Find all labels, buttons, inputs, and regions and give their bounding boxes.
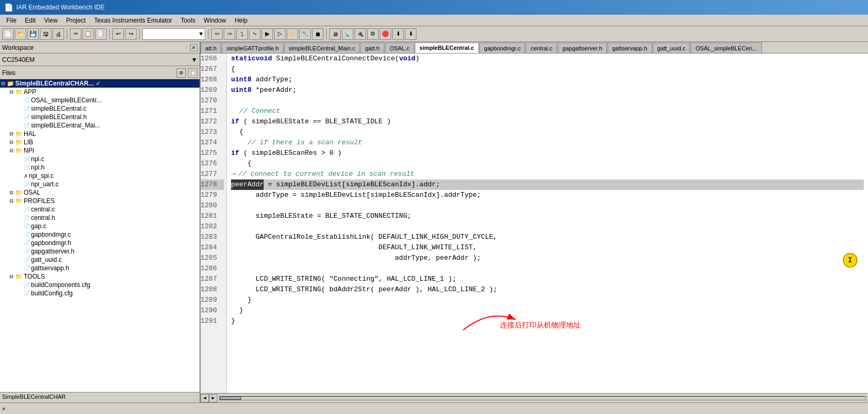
run2-btn[interactable]: ▷ bbox=[274, 28, 286, 40]
menu-item-window[interactable]: Window bbox=[200, 16, 231, 25]
tab-1[interactable]: simpleGATTprofile.h bbox=[222, 43, 283, 53]
new-btn[interactable]: 📄 bbox=[2, 28, 14, 40]
copy-btn[interactable]: 📋 bbox=[82, 28, 94, 40]
tree-item-23[interactable]: ⊟📁 TOOLS bbox=[0, 272, 200, 281]
tree-item-1[interactable]: ⊟📁 APP bbox=[0, 88, 200, 96]
target3-btn[interactable]: 📡 bbox=[342, 28, 353, 40]
step-over-btn[interactable]: ⤷ bbox=[249, 28, 260, 40]
tree-item-19[interactable]: 📄 gapbondmgr.h bbox=[0, 239, 200, 247]
file-icon: 📄 bbox=[24, 207, 30, 213]
tab-0[interactable]: att.h bbox=[201, 43, 221, 53]
target5-btn[interactable]: ⚙ bbox=[367, 28, 379, 40]
folder-icon: 📁 bbox=[7, 80, 14, 87]
tree-item-3[interactable]: 📄 simpleBLECentral.c bbox=[0, 104, 200, 113]
save-all-btn[interactable]: 🖫 bbox=[40, 28, 51, 40]
open-btn[interactable]: 📂 bbox=[15, 28, 26, 40]
tree-item-18[interactable]: 📄 gapbondmgr.c bbox=[0, 230, 200, 239]
tree-item-label: NPI bbox=[24, 147, 34, 154]
tree-item-14[interactable]: ⊟📁 PROFILES bbox=[0, 197, 200, 205]
files-label: Files bbox=[2, 69, 15, 77]
tree-item-label: APP bbox=[24, 88, 36, 95]
code-content[interactable]: static void SimpleBLECentralConnectDevic… bbox=[227, 54, 868, 393]
tree-item-25[interactable]: 📄 buildConfig.cfg bbox=[0, 289, 200, 298]
tree-item-7[interactable]: ⊟📁 LIB bbox=[0, 138, 200, 146]
target2-btn[interactable]: 🖥 bbox=[329, 28, 341, 40]
menu-item-texas-instruments-emulator[interactable]: Texas Instruments Emulator bbox=[90, 16, 176, 25]
back-btn[interactable]: ⇦ bbox=[211, 28, 223, 40]
tree-item-15[interactable]: 📄 central.c bbox=[0, 205, 200, 214]
paste-btn[interactable]: 📑 bbox=[95, 28, 107, 40]
menu-item-help[interactable]: Help bbox=[231, 16, 252, 25]
config-dropdown[interactable]: CC2540EM ▼ bbox=[0, 54, 200, 66]
code-line-1270 bbox=[231, 95, 864, 106]
tree-item-24[interactable]: 📄 buildComponents.cfg bbox=[0, 281, 200, 289]
tab-4[interactable]: OSAL.c bbox=[385, 43, 414, 53]
flash-btn[interactable]: ⚡ bbox=[287, 28, 298, 40]
tab-8[interactable]: gapgattserver.h bbox=[558, 43, 607, 53]
tree-item-9[interactable]: 📄 npi.c bbox=[0, 155, 200, 163]
tab-2[interactable]: simpleBLECentral_Main.c bbox=[284, 43, 360, 53]
tree-item-22[interactable]: 📄 gattservapp.h bbox=[0, 264, 200, 272]
title-bar: 📄 IAR Embedded Workbench IDE bbox=[0, 0, 868, 15]
expand-icon bbox=[17, 97, 23, 103]
file-icon: 📄 bbox=[24, 282, 30, 288]
tab-9[interactable]: gattservapp.h bbox=[608, 43, 652, 53]
tree-item-12[interactable]: 📄 npi_uart.c bbox=[0, 180, 200, 188]
download2-btn[interactable]: ⬇ bbox=[405, 28, 416, 40]
tree-item-17[interactable]: 📄 gap.c bbox=[0, 222, 200, 230]
tab-6[interactable]: gapbondmgr.c bbox=[479, 43, 526, 53]
line-number-1288: 1288 bbox=[201, 284, 224, 295]
tree-item-5[interactable]: 📄 simpleBLECentral_Mai... bbox=[0, 121, 200, 130]
tree-item-10[interactable]: 📄 npi.h bbox=[0, 163, 200, 172]
tab-3[interactable]: gatt.h bbox=[360, 43, 384, 53]
run-btn[interactable]: ▶ bbox=[262, 28, 273, 40]
menu-item-project[interactable]: Project bbox=[62, 16, 90, 25]
tree-item-8[interactable]: ⊟📁 NPI bbox=[0, 146, 200, 155]
tree-item-2[interactable]: 📄 OSAL_simpleBLECentr... bbox=[0, 96, 200, 104]
line-number-1279: 1279 bbox=[201, 190, 224, 200]
files-icon-2[interactable]: 📋 bbox=[188, 68, 197, 78]
tab-11[interactable]: OSAL_simpleBLECen... bbox=[691, 43, 761, 53]
tree-item-label: HAL bbox=[24, 130, 36, 137]
code-editor[interactable]: 1266126712681269127012711272127312741275… bbox=[201, 54, 868, 393]
sep2 bbox=[109, 28, 110, 40]
file-icon: 📄 bbox=[24, 266, 30, 271]
menu-item-tools[interactable]: Tools bbox=[176, 16, 200, 25]
menu-item-edit[interactable]: Edit bbox=[20, 16, 40, 25]
target4-btn[interactable]: 🔌 bbox=[354, 28, 366, 40]
nav-left-btn[interactable]: ◀ bbox=[201, 394, 209, 402]
tab-10[interactable]: gatt_uuid.c bbox=[653, 43, 691, 53]
tree-item-13[interactable]: ⊟📁 OSAL bbox=[0, 188, 200, 197]
line-number-1280: 1280 bbox=[201, 200, 224, 211]
tab-5[interactable]: simpleBLECentral.c bbox=[415, 43, 479, 53]
cut-btn[interactable]: ✂ bbox=[70, 28, 81, 40]
folder-icon: 📁 bbox=[15, 131, 23, 137]
files-icon-1[interactable]: ⚙ bbox=[176, 68, 186, 78]
undo-btn[interactable]: ↩ bbox=[112, 28, 124, 40]
tree-item-21[interactable]: 📄 gatt_uuid.c bbox=[0, 256, 200, 264]
nav-right-btn[interactable]: ▶ bbox=[209, 394, 217, 402]
step-btn[interactable]: ⤵ bbox=[236, 28, 248, 40]
toolbar: 📄 📂 💾 🖫 🖨 ✂ 📋 📑 ↩ ↪ ▼ ⇦ ⇨ ⤵ ⤷ ▶ ▷ ⚡ 🔧 ⏹ … bbox=[0, 26, 868, 42]
target6-btn[interactable]: 🛑 bbox=[380, 28, 391, 40]
debug-btn[interactable]: 🔧 bbox=[299, 28, 311, 40]
stop-btn[interactable]: ⏹ bbox=[312, 28, 323, 40]
tree-item-4[interactable]: 📄 simpleBLECentral.h bbox=[0, 113, 200, 121]
download-btn[interactable]: ⬇ bbox=[392, 28, 404, 40]
menu-item-file[interactable]: File bbox=[2, 16, 20, 25]
tree-item-0[interactable]: ⊟📁 SimpleBLECentralCHAR...✓ bbox=[0, 79, 200, 88]
tree-item-11[interactable]: ✗ npi_spi.c bbox=[0, 172, 200, 180]
expand-icon bbox=[17, 215, 23, 221]
print-btn[interactable]: 🖨 bbox=[53, 28, 64, 40]
menu-item-view[interactable]: View bbox=[40, 16, 62, 25]
tree-item-20[interactable]: 📄 gapgattserver.h bbox=[0, 247, 200, 256]
forward-btn[interactable]: ⇨ bbox=[224, 28, 235, 40]
horizontal-scrollbar[interactable] bbox=[219, 396, 866, 400]
target-dropdown[interactable]: ▼ bbox=[142, 28, 205, 40]
tree-item-6[interactable]: ⊟📁 HAL bbox=[0, 130, 200, 138]
save-btn[interactable]: 💾 bbox=[27, 28, 39, 40]
tree-item-16[interactable]: 📄 central.h bbox=[0, 214, 200, 222]
tab-7[interactable]: central.c bbox=[526, 43, 557, 53]
redo-btn[interactable]: ↪ bbox=[125, 28, 137, 40]
workspace-close-btn[interactable]: ✕ bbox=[190, 44, 197, 51]
